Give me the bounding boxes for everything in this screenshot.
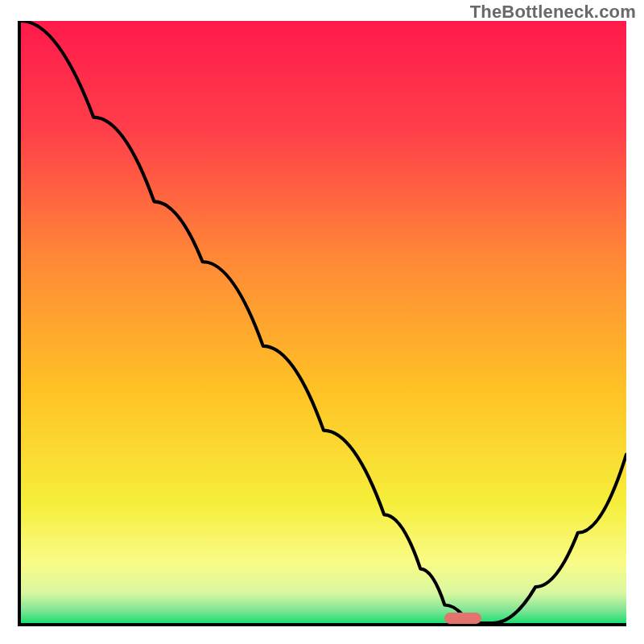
curve-path [21, 21, 626, 623]
watermark-text: TheBottleneck.com [470, 2, 636, 23]
optimal-marker [444, 613, 481, 624]
bottleneck-curve [21, 21, 626, 623]
chart-axes [18, 21, 626, 626]
